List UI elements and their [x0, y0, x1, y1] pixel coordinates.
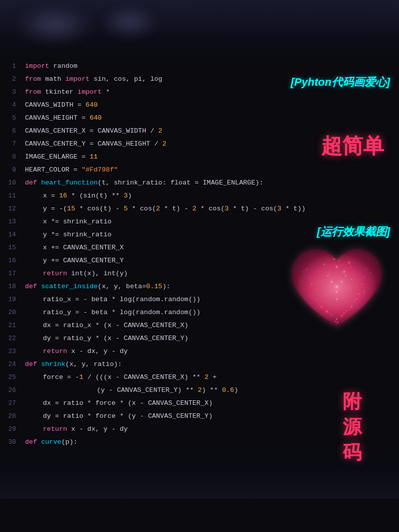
svg-point-23	[339, 260, 340, 261]
svg-point-33	[344, 313, 345, 314]
token-kw: return	[43, 348, 67, 355]
line-number: 27	[0, 397, 25, 410]
code-line-5: 5CANVAS_HEIGHT = 640	[0, 112, 399, 125]
svg-point-11	[326, 311, 328, 313]
line-number: 17	[0, 267, 25, 280]
token-plain: )	[128, 192, 132, 199]
line-number: 14	[0, 228, 25, 241]
svg-point-42	[345, 275, 346, 276]
svg-point-21	[349, 262, 350, 264]
svg-point-10	[354, 301, 355, 302]
token-num: 0.15	[146, 283, 162, 290]
svg-point-20	[324, 264, 325, 265]
line-number: 19	[0, 293, 25, 306]
svg-point-32	[329, 313, 330, 314]
line-code: force = -1 / (((x - CANVAS_CENTER_X) ** …	[25, 371, 399, 384]
token-plain: * (sin(t) **	[67, 192, 124, 199]
line-code: import random	[25, 60, 399, 73]
line-code: def shrink(x, y, ratio):	[25, 358, 399, 371]
svg-point-15	[341, 315, 343, 317]
svg-point-5	[316, 289, 318, 290]
super-simple-text: 超简单	[321, 132, 384, 160]
svg-point-3	[321, 281, 322, 282]
token-plain: math	[41, 75, 65, 83]
line-number: 10	[0, 177, 25, 189]
svg-point-26	[309, 291, 310, 292]
line-number: 3	[0, 86, 25, 99]
super-simple-annotation: 超简单	[321, 132, 384, 160]
screenshot-label-text: [运行效果截图]	[317, 224, 390, 239]
svg-point-16	[309, 276, 310, 277]
token-ind2	[25, 384, 97, 397]
token-plain: ratio_y = - beta * log(random.random())	[43, 309, 200, 316]
code-line-9: 9HEART_COLOR = "#Fd798f"	[0, 164, 399, 177]
token-plain: *	[102, 88, 110, 96]
line-code: HEART_COLOR = "#Fd798f"	[25, 164, 399, 177]
code-line-1: 1import random	[0, 60, 399, 73]
heart-image	[282, 242, 392, 344]
code-line-26: 26 (y - CANVAS_CENTER_Y) ** 2) ** 0.6)	[0, 384, 399, 397]
line-code: CANVAS_WIDTH = 640	[25, 99, 399, 112]
line-number: 16	[0, 254, 25, 267]
token-plain: sin, cos, pi, log	[90, 75, 163, 83]
token-num: 16	[59, 192, 67, 199]
token-num: 2	[162, 140, 166, 148]
token-plain: ):	[162, 283, 170, 290]
token-num: 2	[198, 386, 202, 394]
svg-point-14	[331, 315, 332, 316]
code-line-25: 25 force = -1 / (((x - CANVAS_CENTER_X) …	[0, 371, 399, 384]
token-ind	[25, 228, 43, 241]
token-kw: import	[77, 88, 102, 96]
token-ind	[25, 371, 43, 384]
token-ind	[25, 319, 43, 332]
svg-point-43	[302, 271, 303, 272]
line-number: 30	[0, 436, 25, 449]
svg-point-17	[364, 276, 365, 277]
token-plain: x *= shrink_ratio	[43, 218, 112, 225]
line-number: 21	[0, 319, 25, 332]
svg-point-34	[335, 321, 336, 322]
token-kw: def	[25, 283, 37, 290]
token-plain: x - dx, y - dy	[67, 348, 128, 355]
svg-point-36	[336, 286, 338, 288]
svg-point-30	[321, 306, 323, 308]
token-plain: * t) - cos(	[229, 205, 277, 212]
line-number: 25	[0, 371, 25, 384]
line-number: 26	[0, 384, 25, 397]
code-block: [Pyhton代码画爱心] 超简单 [运行效果截图]	[0, 60, 399, 449]
token-ind	[25, 202, 43, 215]
svg-point-35	[337, 322, 338, 323]
code-line-12: 12 y = -(15 * cos(t) - 5 * cos(2 * t) - …	[0, 202, 399, 215]
token-plain: CANVAS_WIDTH =	[25, 101, 86, 109]
token-plain: dx = ratio_x * (x - CANVAS_CENTER_X)	[43, 322, 189, 329]
line-number: 23	[0, 345, 25, 358]
token-plain: CANVAS_HEIGHT =	[25, 114, 90, 122]
line-code: x = 16 * (sin(t) ** 3)	[25, 189, 399, 202]
token-plain: dy = ratio * force * (y - CANVAS_CENTER_…	[43, 412, 212, 420]
code-line-24: 24def shrink(x, y, ratio):	[0, 358, 399, 371]
token-kw: import	[65, 75, 90, 83]
line-number: 28	[0, 410, 25, 423]
line-number: 1	[0, 60, 25, 73]
svg-point-41	[327, 275, 328, 276]
title-bracket-text: [Pyhton代码画爱心]	[291, 75, 390, 90]
svg-point-25	[361, 284, 362, 285]
token-plain: y *= shrink_ratio	[43, 231, 112, 238]
token-plain: * t) -	[160, 205, 193, 212]
token-ind	[25, 397, 43, 410]
token-ind	[25, 189, 43, 202]
line-number: 22	[0, 332, 25, 345]
token-plain: ratio_x = - beta * log(random.random())	[43, 296, 200, 303]
token-num: 640	[90, 114, 102, 122]
token-num: 2	[156, 205, 160, 212]
svg-point-2	[344, 271, 345, 273]
line-number: 11	[0, 189, 25, 202]
token-num: 0.6	[222, 386, 234, 394]
svg-point-48	[369, 289, 370, 290]
line-number: 20	[0, 306, 25, 319]
token-num: 2	[158, 127, 162, 135]
token-ind	[25, 267, 43, 280]
code-line-27: 27 dx = ratio * force * (x - CANVAS_CENT…	[0, 397, 399, 410]
token-fn: scatter_inside	[37, 283, 98, 290]
token-plain: (x, y, beta=	[98, 283, 146, 290]
